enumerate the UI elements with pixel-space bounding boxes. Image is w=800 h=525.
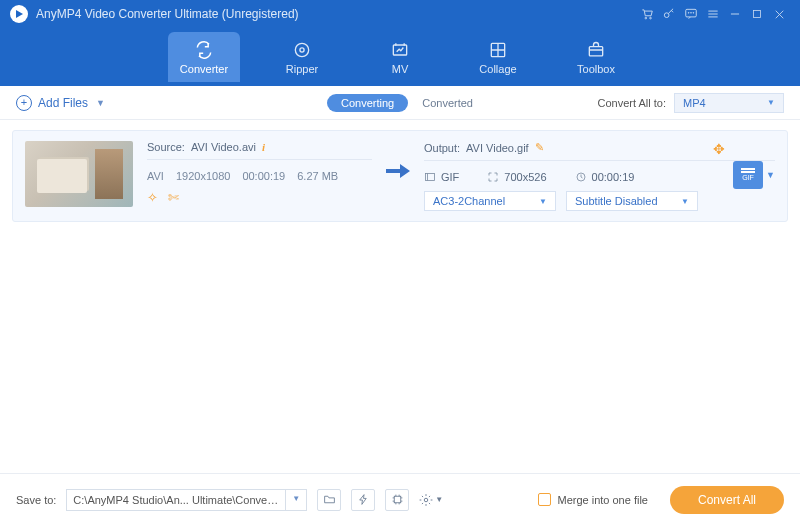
video-thumbnail[interactable]	[25, 141, 133, 207]
convert-all-to-value: MP4	[683, 97, 706, 109]
audio-select[interactable]: AC3-2Channel▼	[424, 191, 556, 211]
subtitle-value: Subtitle Disabled	[575, 195, 658, 207]
app-logo	[10, 5, 28, 23]
file-row: Source: AVI Video.avi i AVI 1920x1080 00…	[12, 130, 788, 222]
chevron-down-icon: ▼	[96, 98, 105, 108]
app-title: AnyMP4 Video Converter Ultimate (Unregis…	[36, 7, 299, 21]
svg-rect-7	[754, 11, 761, 18]
svg-rect-12	[589, 46, 602, 55]
svg-point-9	[300, 47, 304, 51]
output-resolution: 700x526	[504, 171, 546, 183]
nav-converter[interactable]: Converter	[168, 32, 240, 82]
tab-converted[interactable]: Converted	[422, 97, 473, 109]
key-icon[interactable]	[658, 3, 680, 25]
titlebar: AnyMP4 Video Converter Ultimate (Unregis…	[0, 0, 800, 28]
source-format: AVI	[147, 170, 164, 182]
nav-label: Converter	[180, 63, 228, 75]
cut-icon[interactable]: ✄	[168, 190, 179, 205]
svg-rect-13	[426, 174, 435, 181]
save-to-label: Save to:	[16, 494, 56, 506]
nav-ripper[interactable]: Ripper	[266, 32, 338, 82]
merge-checkbox[interactable]: Merge into one file	[538, 493, 648, 506]
settings-icon[interactable]: ▼	[419, 489, 443, 511]
source-duration: 00:00:19	[242, 170, 285, 182]
svg-point-2	[664, 13, 669, 18]
file-list: Source: AVI Video.avi i AVI 1920x1080 00…	[0, 120, 800, 473]
source-column: Source: AVI Video.avi i AVI 1920x1080 00…	[147, 141, 372, 205]
nav-mv[interactable]: MV	[364, 32, 436, 82]
nav-toolbox[interactable]: Toolbox	[560, 32, 632, 82]
chevron-down-icon: ▼	[681, 197, 689, 206]
merge-label: Merge into one file	[557, 494, 648, 506]
svg-point-8	[295, 43, 308, 56]
svg-point-16	[425, 498, 429, 502]
output-filename: AVI Video.gif	[466, 142, 529, 154]
nav-label: MV	[392, 63, 409, 75]
output-format-button[interactable]: GIF	[733, 161, 763, 189]
hw-accel-icon[interactable]	[351, 489, 375, 511]
convert-all-button[interactable]: Convert All	[670, 486, 784, 514]
chevron-down-icon: ▼	[767, 98, 775, 107]
add-files-label: Add Files	[38, 96, 88, 110]
svg-point-5	[691, 12, 692, 13]
source-size: 6.27 MB	[297, 170, 338, 182]
save-path-input[interactable]: C:\AnyMP4 Studio\An... Ultimate\Converte…	[66, 489, 286, 511]
nav-label: Collage	[479, 63, 516, 75]
plus-icon: +	[16, 95, 32, 111]
menu-icon[interactable]	[702, 3, 724, 25]
output-duration: 00:00:19	[592, 171, 635, 183]
gpu-icon[interactable]	[385, 489, 409, 511]
audio-value: AC3-2Channel	[433, 195, 505, 207]
open-folder-icon[interactable]	[317, 489, 341, 511]
info-icon[interactable]: i	[262, 141, 265, 153]
chevron-down-icon[interactable]: ▼	[766, 170, 775, 180]
save-path-dropdown[interactable]: ▼	[286, 489, 307, 511]
source-resolution: 1920x1080	[176, 170, 230, 182]
checkbox-box	[538, 493, 551, 506]
source-label: Source:	[147, 141, 185, 153]
svg-point-0	[645, 17, 647, 19]
output-format: GIF	[441, 171, 459, 183]
add-files-button[interactable]: + Add Files ▼	[16, 95, 105, 111]
feedback-icon[interactable]	[680, 3, 702, 25]
convert-all-to-select[interactable]: MP4 ▼	[674, 93, 784, 113]
sub-bar: + Add Files ▼ Converting Converted Conve…	[0, 86, 800, 120]
nav-collage[interactable]: Collage	[462, 32, 534, 82]
edit-icon[interactable]: ✧	[147, 190, 158, 205]
minimize-icon[interactable]	[724, 3, 746, 25]
svg-point-1	[650, 17, 652, 19]
arrow-icon	[386, 141, 410, 179]
svg-rect-15	[394, 496, 401, 503]
source-filename: AVI Video.avi	[191, 141, 256, 153]
svg-point-4	[688, 12, 689, 13]
close-icon[interactable]	[768, 3, 790, 25]
main-nav: Converter Ripper MV Collage Toolbox	[0, 28, 800, 86]
move-icon[interactable]: ✥	[713, 141, 725, 157]
subtitle-select[interactable]: Subtitle Disabled▼	[566, 191, 698, 211]
footer-bar: Save to: C:\AnyMP4 Studio\An... Ultimate…	[0, 473, 800, 525]
chevron-down-icon: ▼	[539, 197, 547, 206]
maximize-icon[interactable]	[746, 3, 768, 25]
rename-icon[interactable]: ✎	[535, 141, 544, 154]
svg-point-6	[693, 12, 694, 13]
tab-converting[interactable]: Converting	[327, 94, 408, 112]
convert-all-to-label: Convert All to:	[598, 97, 666, 109]
nav-label: Toolbox	[577, 63, 615, 75]
output-label: Output:	[424, 142, 460, 154]
fmt-badge-text: GIF	[742, 174, 754, 182]
nav-label: Ripper	[286, 63, 318, 75]
cart-icon[interactable]	[636, 3, 658, 25]
